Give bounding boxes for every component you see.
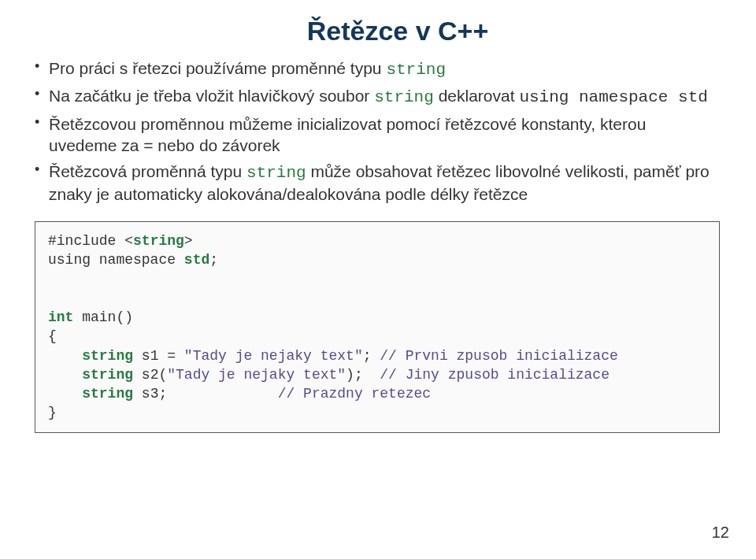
code-text: s1 =	[133, 348, 184, 364]
code-line: int main()	[48, 308, 706, 327]
code-line	[48, 269, 706, 288]
code-text: }	[48, 405, 57, 420]
page-title: Řetězce v C++	[79, 16, 717, 46]
code-keyword: std	[184, 252, 209, 268]
code-text: ;	[209, 252, 218, 268]
code-text: ;	[363, 348, 380, 364]
code-keyword: int	[48, 309, 73, 325]
code-line: #include <string>	[48, 231, 706, 250]
code-keyword: string	[133, 233, 184, 249]
code-string: "Tady je nejaky text"	[167, 367, 346, 383]
code-inline: using namespace std	[519, 88, 707, 106]
code-text: );	[346, 367, 380, 383]
bullet-text: deklarovat	[434, 87, 520, 105]
code-text: {	[48, 328, 57, 344]
page-number: 12	[712, 524, 729, 542]
code-inline: string	[386, 61, 446, 79]
code-keyword: string	[48, 367, 133, 383]
code-keyword: string	[48, 348, 133, 364]
code-text: >	[184, 233, 193, 249]
bullet-text: Na začátku je třeba vložit hlavičkový so…	[49, 87, 374, 105]
bullet-item: Na začátku je třeba vložit hlavičkový so…	[32, 85, 717, 108]
bullet-item: Řetězcovou proměnnou můžeme inicializova…	[32, 113, 717, 157]
bullet-item: Pro práci s řetezci používáme proměnné t…	[32, 57, 717, 80]
code-comment: // Prvni zpusob inicializace	[380, 348, 617, 364]
code-line: string s3; // Prazdny retezec	[48, 384, 706, 403]
code-comment: // Jiny zpusob inicializace	[380, 367, 610, 383]
code-inline: string	[374, 88, 434, 106]
code-line: string s1 = "Tady je nejaky text"; // Pr…	[48, 346, 706, 365]
code-text: main()	[73, 309, 133, 325]
bullet-list: Pro práci s řetezci používáme proměnné t…	[32, 57, 717, 205]
code-line	[48, 289, 706, 308]
code-block: #include <string> using namespace std; i…	[35, 221, 720, 433]
code-line: string s2("Tady je nejaky text"); // Jin…	[48, 365, 706, 384]
code-inline: string	[246, 164, 306, 182]
bullet-item: Řetězcová proměnná typu string může obsa…	[32, 161, 717, 205]
bullet-text: Řetězcovou proměnnou můžeme inicializova…	[49, 115, 646, 154]
code-comment: // Prazdny retezec	[278, 386, 431, 402]
code-text: using namespace	[48, 252, 184, 268]
code-line: using namespace std;	[48, 250, 706, 269]
code-text: #include <	[48, 233, 133, 249]
bullet-text: Řetězcová proměnná typu	[49, 162, 246, 180]
code-string: "Tady je nejaky text"	[184, 348, 363, 364]
bullet-text: Pro práci s řetezci používáme proměnné t…	[49, 59, 386, 77]
code-line: }	[48, 403, 706, 422]
code-line: {	[48, 327, 706, 346]
code-keyword: string	[48, 386, 133, 402]
code-text: s3;	[133, 386, 278, 402]
code-text: s2(	[133, 367, 167, 383]
